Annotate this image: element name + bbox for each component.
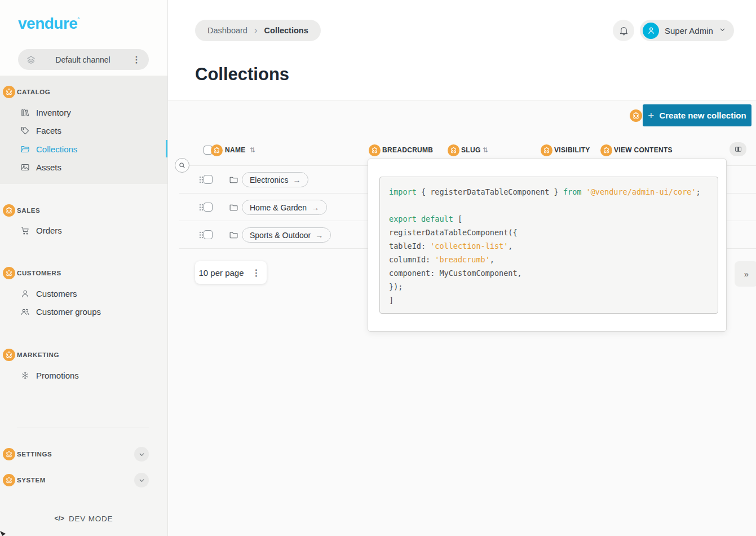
extension-point-badge-icon[interactable] (448, 144, 459, 156)
drag-handle-icon[interactable] (199, 176, 204, 183)
promotions-icon (20, 371, 30, 380)
image-icon (20, 162, 30, 172)
inventory-icon (20, 108, 30, 117)
per-page-kebab-icon[interactable]: ⋮ (250, 267, 263, 278)
sidebar-item-assets[interactable]: Assets (0, 159, 167, 175)
search-icon (178, 161, 186, 169)
sidebar-top: vendure˚ Default channel ⋮ (0, 0, 167, 76)
extension-point-badge-icon[interactable] (3, 267, 15, 279)
sidebar-item-inventory[interactable]: Inventory (0, 104, 167, 121)
page-title: Collections (195, 64, 289, 85)
section-header-catalog: CATALOG (0, 84, 167, 100)
channel-kebab-icon[interactable]: ⋮ (130, 54, 143, 65)
extension-point-badge-icon[interactable] (211, 144, 223, 156)
arrow-right-icon: → (293, 175, 300, 184)
row-checkbox[interactable] (204, 230, 213, 239)
folder-icon (229, 203, 238, 212)
dev-mode-toggle[interactable]: </> DEV MODE (0, 510, 167, 527)
user-name: Super Admin (665, 26, 713, 36)
sidebar-item-orders[interactable]: Orders (0, 222, 167, 239)
cart-icon (20, 226, 30, 235)
bell-icon (618, 25, 629, 36)
chevron-down-icon (719, 25, 726, 36)
column-header-slug[interactable]: SLUG (461, 146, 481, 154)
collection-link[interactable]: Sports & Outdoor → (242, 227, 331, 243)
extension-point-badge-icon[interactable] (3, 474, 15, 486)
user-menu[interactable]: Super Admin (640, 20, 734, 41)
extension-point-badge-icon[interactable] (369, 144, 381, 156)
settings-expand-button[interactable] (134, 447, 149, 462)
dev-mode-popover: import { registerDataTableComponent } fr… (368, 159, 727, 332)
folder-icon (229, 175, 238, 184)
column-header-breadcrumb[interactable]: BREADCRUMB (382, 146, 433, 154)
double-chevron-right-icon: » (744, 269, 749, 279)
column-header-name[interactable]: NAME (225, 146, 246, 154)
column-settings-button[interactable] (730, 142, 746, 156)
breadcrumb-collections[interactable]: Collections (264, 26, 308, 35)
folder-open-icon (20, 144, 30, 154)
layers-icon (26, 55, 36, 65)
breadcrumb-separator-icon: › (254, 25, 258, 36)
section-header-sales: SALES (0, 202, 167, 219)
vendure-logo: vendure˚ (18, 15, 79, 33)
collection-link[interactable]: Home & Garden → (242, 200, 327, 215)
row-checkbox[interactable] (204, 203, 213, 212)
channel-label: Default channel (36, 55, 130, 64)
notifications-button[interactable] (613, 20, 634, 41)
column-header-view-contents[interactable]: VIEW CONTENTS (614, 146, 673, 154)
avatar (643, 23, 659, 39)
main-content: Dashboard › Collections Super Admin Coll… (168, 0, 756, 536)
chevron-down-icon (138, 477, 145, 484)
collection-link[interactable]: Electronics → (242, 172, 308, 187)
column-header-visibility[interactable]: VISIBILITY (554, 146, 590, 154)
sidebar-item-collections[interactable]: Collections (0, 140, 167, 157)
user-icon (20, 289, 30, 298)
columns-icon (734, 145, 742, 153)
extension-point-badge-icon[interactable] (541, 144, 552, 156)
extension-point-badge-icon[interactable] (3, 86, 15, 98)
mouse-cursor (0, 531, 6, 536)
code-icon: </> (55, 515, 64, 522)
users-icon (20, 307, 30, 317)
drag-handle-icon[interactable] (199, 204, 204, 211)
sidebar-item-customers[interactable]: Customers (0, 285, 167, 302)
code-snippet: import { registerDataTableComponent } fr… (379, 177, 718, 314)
breadcrumb-dashboard[interactable]: Dashboard (207, 26, 247, 35)
system-expand-button[interactable] (134, 473, 149, 487)
sort-icon[interactable]: ⇅ (250, 146, 255, 154)
items-per-page-selector[interactable]: 10 per page ⋮ (195, 261, 267, 284)
extension-point-badge-icon[interactable] (630, 109, 642, 122)
sidebar: vendure˚ Default channel ⋮ CATALOG Inven… (0, 0, 168, 536)
create-new-collection-button[interactable]: + Create new collection (643, 104, 751, 126)
plus-icon: + (648, 109, 654, 122)
row-checkbox[interactable] (204, 175, 213, 184)
logo-mark: ˚ (77, 17, 79, 25)
tag-icon (20, 126, 30, 135)
folder-icon (229, 230, 238, 240)
extension-point-badge-icon[interactable] (3, 349, 15, 361)
next-page-button[interactable]: » (735, 261, 756, 287)
extension-point-badge-icon[interactable] (3, 204, 15, 217)
page-header (168, 0, 756, 100)
sidebar-item-customer-groups[interactable]: Customer groups (0, 303, 167, 320)
section-header-marketing: MARKETING (0, 346, 167, 363)
search-expand-button[interactable] (175, 158, 189, 173)
breadcrumb: Dashboard › Collections (195, 20, 321, 41)
channel-selector[interactable]: Default channel ⋮ (18, 49, 149, 70)
sidebar-divider (17, 428, 149, 428)
arrow-right-icon: → (315, 231, 323, 240)
sort-icon[interactable]: ⇅ (483, 146, 488, 154)
extension-point-badge-icon[interactable] (3, 448, 15, 460)
sidebar-item-promotions[interactable]: Promotions (0, 367, 167, 384)
arrow-right-icon: → (311, 203, 319, 212)
extension-point-badge-icon[interactable] (600, 144, 612, 156)
chevron-down-icon (138, 451, 145, 458)
section-header-customers: CUSTOMERS (0, 265, 167, 282)
sidebar-item-facets[interactable]: Facets (0, 122, 167, 139)
drag-handle-icon[interactable] (199, 231, 204, 239)
